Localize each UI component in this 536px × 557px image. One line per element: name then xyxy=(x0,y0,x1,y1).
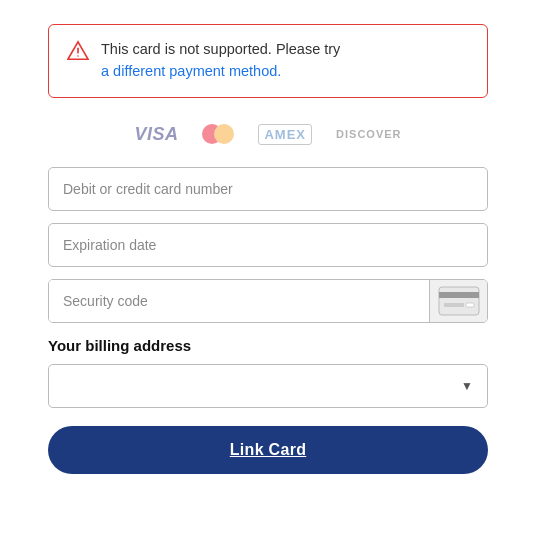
discover-logo: DISCOVER xyxy=(336,128,401,140)
card-number-input[interactable] xyxy=(48,167,488,211)
svg-rect-3 xyxy=(439,292,479,298)
security-code-group xyxy=(48,279,488,323)
visa-logo: VISA xyxy=(134,124,178,145)
mastercard-logo xyxy=(202,124,234,144)
security-code-input[interactable] xyxy=(49,280,429,322)
warning-icon xyxy=(67,40,89,62)
amex-logo: AMEX xyxy=(258,124,312,145)
expiration-date-input[interactable] xyxy=(48,223,488,267)
billing-address-select-wrapper: ▼ xyxy=(48,364,488,408)
svg-point-1 xyxy=(77,55,78,56)
payment-form-container: This card is not supported. Please trya … xyxy=(0,0,536,506)
billing-address-label: Your billing address xyxy=(48,337,488,354)
error-banner: This card is not supported. Please trya … xyxy=(48,24,488,98)
expiration-date-group xyxy=(48,223,488,267)
link-card-button[interactable]: Link Card xyxy=(48,426,488,474)
error-message: This card is not supported. Please trya … xyxy=(101,39,340,83)
svg-rect-5 xyxy=(466,303,474,307)
cvv-card-icon xyxy=(429,280,487,322)
card-number-group xyxy=(48,167,488,211)
billing-address-select[interactable] xyxy=(49,365,487,407)
svg-rect-2 xyxy=(439,287,479,315)
card-logos-row: VISA AMEX DISCOVER xyxy=(48,120,488,149)
svg-rect-4 xyxy=(444,303,464,307)
security-code-row xyxy=(48,279,488,323)
